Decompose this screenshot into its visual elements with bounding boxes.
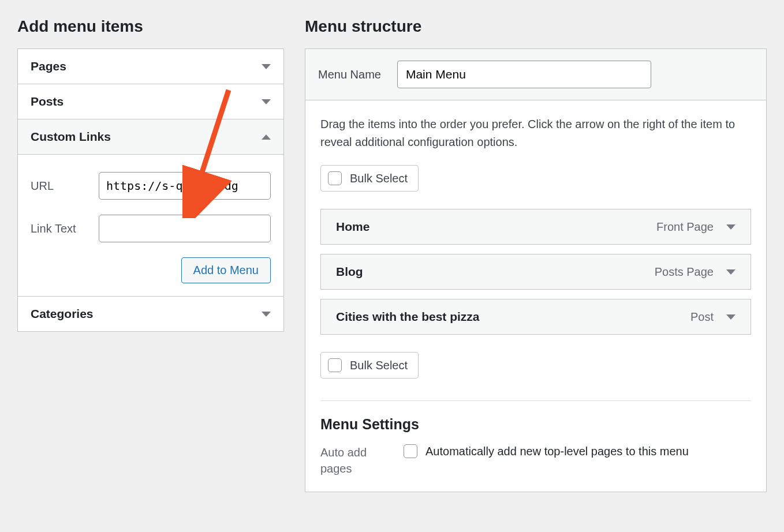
menu-structure-panel: Menu structure Menu Name Drag the items … — [305, 17, 767, 492]
separator — [320, 400, 751, 401]
link-text-input[interactable] — [99, 215, 271, 242]
link-text-label: Link Text — [31, 222, 99, 235]
menu-item-title: Cities with the best pizza — [336, 310, 480, 324]
menu-name-row: Menu Name — [305, 49, 766, 100]
caret-down-icon — [262, 64, 271, 69]
caret-up-icon — [262, 134, 271, 140]
auto-add-pages-label: Auto add pages — [320, 444, 389, 477]
add-menu-items-heading: Add menu items — [17, 17, 284, 36]
menu-name-label: Menu Name — [318, 68, 381, 81]
caret-down-icon — [262, 312, 271, 317]
menu-settings-heading: Menu Settings — [320, 416, 751, 433]
auto-add-pages-option: Automatically add new top-level pages to… — [425, 445, 689, 458]
bulk-select-bottom[interactable]: Bulk Select — [320, 352, 419, 379]
menu-items-list: Home Front Page Blog Posts Page — [320, 209, 751, 335]
accordion-label: Custom Links — [31, 130, 111, 144]
bulk-select-checkbox[interactable] — [328, 358, 342, 372]
caret-down-icon[interactable] — [726, 269, 736, 275]
accordion-section-posts[interactable]: Posts — [18, 84, 283, 119]
menu-item[interactable]: Blog Posts Page — [320, 254, 751, 290]
drag-help-text: Drag the items into the order you prefer… — [320, 115, 751, 151]
menu-item[interactable]: Cities with the best pizza Post — [320, 299, 751, 335]
menu-item[interactable]: Home Front Page — [320, 209, 751, 245]
accordion-section-pages[interactable]: Pages — [18, 49, 283, 84]
url-input[interactable] — [99, 172, 271, 200]
accordion-label: Categories — [31, 307, 94, 321]
menu-name-input[interactable] — [397, 61, 651, 88]
auto-add-pages-checkbox[interactable] — [404, 444, 417, 458]
menu-item-type: Post — [690, 310, 714, 324]
menu-item-title: Blog — [336, 265, 363, 279]
caret-down-icon[interactable] — [726, 314, 736, 320]
menu-structure-heading: Menu structure — [305, 17, 767, 36]
caret-down-icon[interactable] — [726, 224, 736, 230]
accordion-label: Posts — [31, 95, 64, 108]
caret-down-icon — [262, 99, 271, 104]
menu-source-accordion: Pages Posts Custom Links URL — [17, 48, 284, 332]
accordion-section-categories[interactable]: Categories — [18, 297, 283, 331]
accordion-section-custom-links[interactable]: Custom Links URL Link Text Add to Menu — [18, 119, 283, 297]
add-to-menu-button[interactable]: Add to Menu — [181, 257, 271, 283]
bulk-select-label: Bulk Select — [350, 172, 408, 185]
menu-item-type: Front Page — [656, 220, 714, 234]
bulk-select-top[interactable]: Bulk Select — [320, 165, 419, 192]
accordion-label: Pages — [31, 59, 66, 73]
menu-item-type: Posts Page — [655, 265, 714, 279]
menu-item-title: Home — [336, 220, 369, 234]
custom-links-body: URL Link Text Add to Menu — [18, 155, 283, 296]
auto-add-pages-row: Auto add pages Automatically add new top… — [320, 444, 751, 477]
url-label: URL — [31, 179, 99, 193]
bulk-select-checkbox[interactable] — [328, 171, 342, 185]
bulk-select-label: Bulk Select — [350, 359, 408, 372]
add-menu-items-panel: Add menu items Pages Posts Custom Links — [17, 17, 284, 492]
